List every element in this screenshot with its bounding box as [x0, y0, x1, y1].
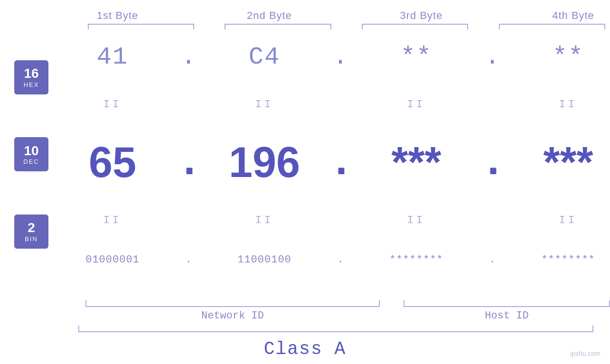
host-id-label: Host ID: [404, 310, 610, 322]
eq2-b1: II: [48, 215, 177, 226]
hex-dot3: .: [480, 43, 504, 71]
bottom-brackets: [62, 300, 610, 307]
bin-dot1: .: [177, 254, 200, 266]
main-content: 16 HEX 10 DEC 2 BIN 41 .: [0, 29, 610, 299]
hex-byte3: **: [352, 43, 480, 71]
hex-byte4: **: [504, 43, 610, 71]
eq1-b2: II: [200, 99, 328, 111]
dec-dot1: .: [177, 139, 200, 187]
eq1-b4: II: [504, 99, 610, 111]
byte1-header: 1st Byte: [54, 9, 182, 22]
dec-byte3: ***: [352, 138, 480, 187]
bin-byte3: ********: [352, 254, 480, 266]
dec-row: 65 . 196 . *** . ***: [48, 138, 610, 187]
main-container: 1st Byte 2nd Byte 3rd Byte 4th Byte 16 H…: [0, 0, 610, 364]
bin-byte1: 01000001: [48, 254, 177, 266]
hex-badge: 16 HEX: [14, 60, 48, 94]
hex-byte1: 41: [48, 43, 177, 71]
top-brackets: [62, 24, 610, 29]
hex-dot1: .: [177, 43, 200, 71]
dec-dot3: .: [480, 139, 504, 187]
dec-byte4: ***: [504, 138, 610, 187]
network-id-bracket: [85, 300, 380, 307]
hex-badge-num: 16: [24, 66, 38, 81]
byte-headers: 1st Byte 2nd Byte 3rd Byte 4th Byte: [28, 0, 610, 22]
dec-byte2: 196: [200, 138, 328, 187]
watermark: ipshu.com: [570, 350, 601, 357]
byte2-header: 2nd Byte: [206, 9, 334, 22]
bin-badge: 2 BIN: [14, 215, 48, 249]
class-label-container: Class A: [264, 339, 347, 359]
bin-dot3: .: [480, 254, 504, 266]
bin-badge-label: BIN: [25, 235, 38, 243]
eq2-b4: II: [504, 215, 610, 226]
hex-row: 41 . C4 . ** . **: [48, 43, 610, 71]
hex-byte2: C4: [200, 43, 328, 71]
eq1-b1: II: [48, 99, 177, 111]
class-bracket: [78, 326, 593, 332]
bin-byte2: 11000100: [200, 254, 328, 266]
bracket-byte1: [88, 24, 194, 29]
eq2-b2: II: [200, 215, 328, 226]
byte3-header: 3rd Byte: [357, 9, 486, 22]
id-labels: Network ID Host ID: [62, 310, 610, 322]
badges-column: 16 HEX 10 DEC 2 BIN: [0, 29, 48, 299]
bracket-byte3: [362, 24, 468, 29]
bin-byte4: ********: [504, 254, 610, 266]
network-id-label: Network ID: [85, 310, 380, 322]
data-rows: 41 . C4 . ** . **: [48, 29, 610, 299]
eq1-b3: II: [352, 99, 480, 111]
hex-badge-label: HEX: [24, 81, 39, 88]
bracket-byte2: [225, 24, 331, 29]
host-id-bracket: [404, 300, 610, 307]
bin-dot2: .: [328, 254, 352, 266]
dec-dot2: .: [328, 139, 352, 187]
dec-badge-label: DEC: [23, 158, 39, 165]
hex-dot2: .: [328, 43, 352, 71]
byte4-header: 4th Byte: [509, 9, 610, 22]
class-label: Class A: [264, 339, 347, 359]
dec-badge-num: 10: [24, 144, 38, 159]
eq2-b3: II: [352, 215, 480, 226]
bin-badge-num: 2: [28, 221, 35, 235]
equals-row-1: II II II II: [48, 99, 610, 111]
bin-row: 01000001 . 11000100 . ******** .: [48, 254, 610, 266]
dec-byte1: 65: [48, 138, 177, 187]
equals-row-2: II II II II: [48, 215, 610, 226]
dec-badge: 10 DEC: [14, 137, 48, 171]
bracket-byte4: [499, 24, 605, 29]
